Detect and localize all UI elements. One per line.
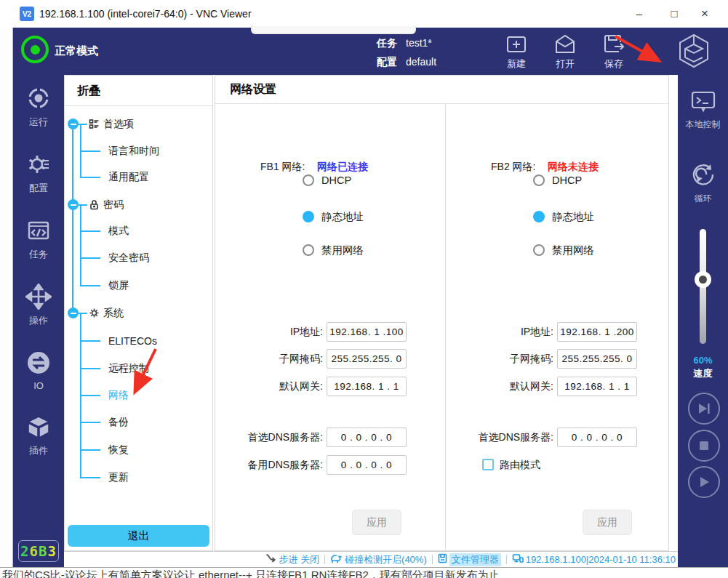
fb2-mask-label: 子网掩码: [446,349,553,369]
step-icon [265,553,276,566]
connection-status[interactable]: 192.168.1.100|2024-01-10 11:36:10 [512,553,676,566]
fb2-mask-input[interactable]: 255.255.255. 0 [557,349,637,369]
tree-item-elitecos[interactable]: ELITECOs [65,331,212,351]
code-window-icon [25,217,52,246]
network-settings-panel: 网络设置 FB1 网络: 网络已连接 DHCP 静态地址 禁用网络 IP地址: … [215,75,669,551]
io-swap-icon [25,350,52,378]
cube-icon [25,414,52,442]
fb2-radio-disable[interactable]: 禁用网络 [446,241,669,259]
fb1-gateway-input[interactable]: 192.168. 1 . 1 [327,377,407,396]
collision-detection-toggle[interactable]: 碰撞检测开启(40%) [330,553,427,566]
speed-label: 速度 [678,367,728,380]
fb1-dns1-input[interactable]: 0 . 0 . 0 . 0 [327,428,407,447]
page-title: 网络设置 [215,76,668,104]
sidebar-item-loop[interactable]: 循环 [678,161,728,205]
tree-item-restore[interactable]: 恢复 [65,440,212,460]
save-task-button[interactable]: 保存 [593,32,635,73]
tree-item-mode[interactable]: 模式 [65,221,212,241]
network-monitor-icon [512,553,524,566]
sidebar-item-label: 操作 [29,314,48,327]
window-titlebar: V2 192.168.1.100 (intel-corei7-64:0) - V… [0,0,728,28]
fb1-mask-input[interactable]: 255.255.255. 0 [327,349,407,369]
sidebar-item-operate[interactable]: 操作 [25,284,52,327]
tree-item-language-time[interactable]: 语言和时间 [65,141,212,161]
tree-group-preferences[interactable]: 首选项 [65,114,212,135]
collision-detect-icon [330,553,343,566]
sidebar-item-label: 插件 [29,444,48,457]
fb1-radio-dhcp[interactable]: DHCP [215,172,445,189]
fb2-apply-button[interactable]: 应用 [583,510,632,535]
open-task-button[interactable]: 打开 [544,32,586,73]
sidebar-item-io[interactable]: IO [25,350,52,391]
save-icon [601,32,626,57]
step-mode-toggle[interactable]: 步进 关闭 [265,553,319,566]
right-sidebar: 本地控制 循环 60% 速度 [678,75,728,567]
save-task-label: 保存 [604,57,623,71]
lock-icon [89,199,100,212]
file-manager-button[interactable]: 文件管理器 [438,553,501,566]
speed-slider-handle[interactable] [695,271,711,288]
radio-icon[interactable] [533,211,545,222]
tree-item-lock-screen[interactable]: 锁屏 [65,276,212,296]
new-file-icon [504,32,529,57]
tree-item-safety-password[interactable]: 安全密码 [65,248,212,268]
fb1-ip-input[interactable]: 192.168. 1 .100 [327,322,407,342]
step-forward-button[interactable] [688,393,720,425]
tree-item-general-config[interactable]: 通用配置 [65,167,212,188]
move-arrows-icon [25,284,52,312]
new-task-label: 新建 [507,57,526,71]
fb1-dns1-label: 首选DNS服务器: [215,428,323,447]
collapse-minus-icon[interactable] [68,199,79,210]
close-button[interactable]: × [692,0,717,28]
fb1-dns2-input[interactable]: 0 . 0 . 0 . 0 [327,455,407,475]
tree-group-system[interactable]: 系统 [65,303,212,324]
tree-item-update[interactable]: 更新 [65,467,212,488]
fb2-radio-dhcp[interactable]: DHCP [446,172,669,189]
radio-icon[interactable] [533,244,545,256]
route-mode-checkbox[interactable] [482,459,494,470]
stop-button[interactable] [688,430,720,462]
tree-group-password[interactable]: 密码 [65,195,212,215]
sidebar-item-run[interactable]: 运行 [25,85,52,129]
task-label: 任务 [377,33,397,52]
sidebar-item-local-control[interactable]: 本地控制 [678,89,728,131]
minimize-button[interactable]: – [627,0,652,28]
collapse-minus-icon[interactable] [68,119,79,129]
fb1-gateway-label: 默认网关: [215,377,323,396]
tree-item-backup[interactable]: 备份 [65,412,212,433]
app-topbar: 正常模式 任务 test1* 配置 default 新建 [13,28,728,75]
fb2-dns1-input[interactable]: 0 . 0 . 0 . 0 [557,428,637,447]
exit-button[interactable]: 退出 [68,525,209,547]
sidebar-item-task[interactable]: 任务 [25,217,52,261]
fb2-dns1-label: 首选DNS服务器: [446,428,553,447]
sidebar-item-plugin[interactable]: 插件 [25,414,52,457]
fb2-radio-static[interactable]: 静态地址 [446,208,669,225]
new-task-button[interactable]: 新建 [495,32,537,73]
vnc-app-icon: V2 [20,7,34,21]
radio-icon[interactable] [303,174,314,186]
preferences-icon [89,119,100,132]
fb1-radio-static[interactable]: 静态地址 [215,208,445,225]
fb2-ip-label: IP地址: [446,322,553,342]
radio-icon[interactable] [303,244,314,256]
fb2-gateway-input[interactable]: 192.168. 1 . 1 [557,377,637,396]
mode-indicator-icon[interactable] [21,36,49,63]
tree-item-remote-control[interactable]: 远程控制 [65,358,212,379]
route-mode-label: 路由模式 [500,455,540,475]
collapse-minus-icon[interactable] [68,308,79,318]
radio-icon[interactable] [533,174,545,186]
radio-icon[interactable] [303,211,314,222]
fb1-apply-button[interactable]: 应用 [352,510,401,535]
fb2-ip-input[interactable]: 192.168. 1 .200 [557,322,637,342]
tree-collapse-header[interactable]: 折叠 [65,76,212,106]
vnc-toolbar-tab[interactable] [251,26,416,34]
sidebar-item-config[interactable]: 配置 [25,151,52,195]
tree-item-network[interactable]: 网络 [65,385,212,406]
fb2-gateway-label: 默认网关: [446,377,553,396]
maximize-button[interactable]: □ [662,0,687,28]
task-value: test1* [406,33,432,52]
background-text: 我们的CS比-议论坛上有简单方案议论让 ethernet--+ 只连接FB1 R… [0,567,728,578]
fb1-radio-disable[interactable]: 禁用网络 [215,241,445,259]
play-button[interactable] [688,466,720,498]
speed-value: 60% [678,355,728,366]
